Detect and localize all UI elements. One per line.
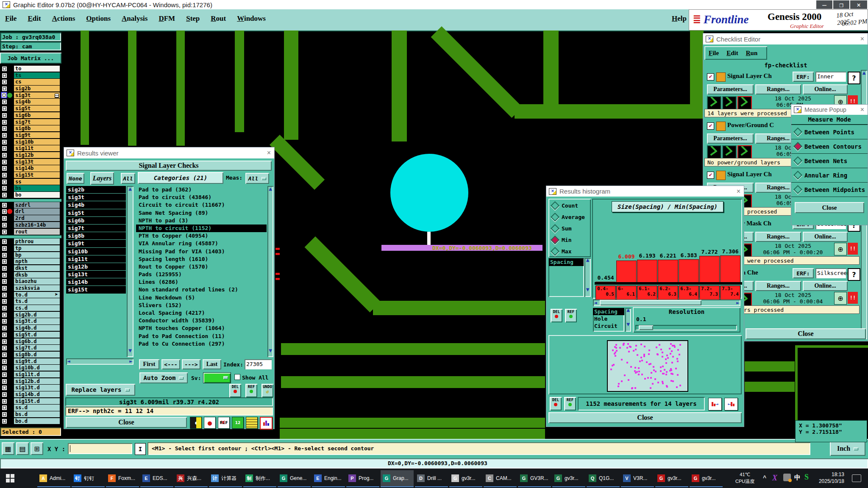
layer-row-bo.d[interactable]: bo.d [0,418,61,425]
layer-checkbox[interactable] [2,385,7,391]
viewer-layer-sig12b[interactable]: sig12b [66,263,126,270]
viewer-layer-sig14b[interactable]: sig14b [66,278,126,286]
layer-checkbox[interactable] [2,179,7,185]
layer-checkbox[interactable] [2,292,7,298]
layer-checkbox[interactable] [2,352,7,358]
viewer-layer-sig13t[interactable]: sig13t [66,271,126,278]
histogram-close-button[interactable]: Close [548,412,742,423]
layer-checkbox[interactable] [2,379,7,384]
ref-button[interactable]: REF [245,384,257,397]
auto-zoom-dropdown[interactable]: Auto Zoom [139,372,188,383]
erf-value-field[interactable]: Inner [815,72,846,82]
viewer-layer-sig3t[interactable]: sig3t [66,194,126,201]
index-input[interactable]: 27305 [245,359,272,369]
layer-checkbox[interactable] [2,86,7,92]
layer-row-sig3t.d[interactable]: sig3t.d [0,318,61,325]
shc-item-hole[interactable]: Hole [593,315,624,322]
layer-checkbox[interactable] [2,392,7,397]
layer-checkbox[interactable] [2,222,7,228]
run-icon[interactable] [707,96,721,110]
taskbar-item-6[interactable]: 制制作... [243,470,276,487]
none-button[interactable]: None [67,173,84,184]
taskbar-item-13[interactable]: CCAM... [484,470,517,487]
layer-row-sig14b[interactable]: sig14b [0,165,61,172]
layer-checkbox[interactable] [2,216,7,221]
histogram-titlebar[interactable]: × Results histogram × [546,186,744,197]
layer-row-sig11t[interactable]: sig11t [0,145,61,152]
layer-checkbox[interactable] [1,92,7,98]
resolution-slider[interactable] [635,325,737,330]
histogram-icon[interactable] [260,417,273,430]
layers-button[interactable]: Layers [90,172,114,185]
taskbar-item-15[interactable]: Ggv3r... [552,470,585,487]
erf-button[interactable]: ERF: [793,268,814,278]
layer-row-sig15t.d[interactable]: sig15t.d [0,398,61,405]
layer-row-sig15t[interactable]: sig15t [0,172,61,179]
measure-option-between-points[interactable]: Between Points [791,125,868,139]
scroll-left-icon[interactable]: ◄ [594,301,597,305]
checklist-titlebar[interactable]: × Checklist Editor × [703,33,868,44]
layer-row-sig6b.d[interactable]: sig6b.d [0,338,61,345]
category-item[interactable]: Slivers (152) [136,302,267,309]
scroll-down-icon[interactable]: ▼ [584,288,591,292]
layer-row-sig11t.d[interactable]: sig11t.d [0,372,61,378]
exit-icon[interactable]: ◖ [190,417,202,429]
taskbar-item-8[interactable]: EEngin... [312,470,345,487]
layer-row-npth[interactable]: npth [0,258,61,265]
stat-radio-min[interactable]: Min [552,236,591,244]
stat-radio-average[interactable]: Average [552,213,591,222]
histogram-ref2-button[interactable]: REF [564,397,576,410]
unit-dropdown[interactable]: Inch [830,441,865,456]
layer-row-sig2b.d[interactable]: sig2b.d [0,312,61,319]
run-icon[interactable] [737,145,752,159]
menu-file[interactable]: File [5,14,17,23]
layer-row-sig8b[interactable]: sig8b [0,125,61,132]
layer-checkbox[interactable] [2,365,7,371]
taskbar-item-17[interactable]: VV3R... [621,470,654,487]
category-item[interactable]: Pad to pad (362) [136,186,267,194]
layer-row-sig4b[interactable]: sig4b [0,99,61,105]
section-parameters-button[interactable]: Parameters... [707,133,754,144]
viewer-layers-scrollbar[interactable]: ▲ ▼ [127,186,134,357]
layer-checkbox[interactable] [2,79,7,85]
layer-row-sig5t[interactable]: sig5t [0,105,61,112]
count-note-icon[interactable]: 12 [232,417,244,429]
scroll-up-icon[interactable]: ▲ [861,71,867,75]
notes-icon[interactable] [246,417,258,429]
layer-checkbox[interactable] [2,312,7,318]
section-parameters-button[interactable]: Parameters... [707,84,754,94]
layer-row-szbz16-14b[interactable]: szbz16-14b [0,222,61,229]
measure-type-item[interactable]: Spacing [549,258,584,266]
layer-row-sig7t[interactable]: sig7t [0,119,61,126]
category-item[interactable]: Conductor width (35839) [136,317,267,324]
kb-tray-icon[interactable] [783,474,791,481]
taskbar-item-1[interactable]: 钉钉钉 [72,470,105,487]
eversafe-tray-icon[interactable]: S [804,473,809,482]
viewer-layer-sig7t[interactable]: sig7t [66,225,126,232]
zoom-result-button[interactable]: ⊕ [834,292,847,305]
erf-value-field[interactable]: Silkscreen [815,268,846,278]
stat-radio-count[interactable]: Count [552,201,591,210]
xy-input[interactable] [68,443,132,454]
layer-checkbox[interactable] [2,279,7,284]
shc-scrollbar[interactable]: ▲ ▼ [625,308,631,332]
layer-checkbox[interactable] [2,405,7,410]
layer-row-sig2b[interactable]: sig2b [0,86,61,92]
scroll-right-icon[interactable]: ► [129,359,133,363]
histogram-del2-button[interactable]: DEL [550,397,562,410]
layer-checkbox[interactable] [2,372,7,377]
viewer-layer-sig5t[interactable]: sig5t [66,209,126,216]
help-button[interactable]: ? [848,268,860,281]
prev-button[interactable]: <--- [161,359,180,369]
category-item[interactable]: Pad to Pad Connection (11) [136,333,267,340]
layer-checkbox[interactable] [2,166,7,171]
measure-option-between-midpoints[interactable]: Between Midpoints [791,183,868,197]
layer-row-ts[interactable]: ts [0,72,61,79]
layers-grid-button[interactable]: ▤ [16,442,29,455]
section-online-button[interactable]: Online... [803,281,848,291]
layer-checkbox[interactable] [2,332,7,338]
layer-row-drl[interactable]: drl [0,208,61,215]
layer-checkbox[interactable] [2,192,7,198]
layer-row-sig3t[interactable]: sig3t [0,92,61,99]
viewer-categories-scrollbar[interactable]: ▲ ▼ [267,186,273,357]
